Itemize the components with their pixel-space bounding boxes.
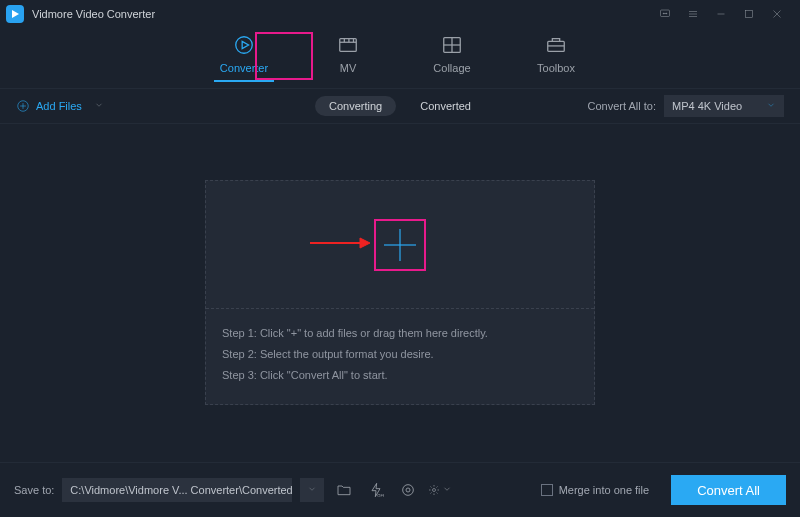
chevron-down-icon (94, 100, 104, 112)
close-icon[interactable] (770, 7, 784, 21)
minimize-icon[interactable] (714, 7, 728, 21)
sub-toolbar: Add Files Converting Converted Convert A… (0, 88, 800, 124)
annotation-arrow (310, 236, 370, 254)
tab-mv[interactable]: MV (318, 34, 378, 82)
converter-icon (233, 34, 255, 56)
merge-label: Merge into one file (559, 484, 650, 496)
chevron-down-icon (442, 484, 452, 496)
tab-converting[interactable]: Converting (315, 96, 396, 116)
tab-label: MV (340, 62, 357, 74)
feedback-icon[interactable] (658, 7, 672, 21)
tab-label: Collage (433, 62, 470, 74)
dropzone-top (206, 181, 594, 309)
svg-point-32 (433, 489, 436, 492)
maximize-icon[interactable] (742, 7, 756, 21)
toolbox-icon (545, 34, 567, 56)
tab-converter[interactable]: Converter (214, 34, 274, 82)
step-2-text: Step 2: Select the output format you des… (222, 344, 578, 365)
open-folder-button[interactable] (332, 478, 356, 502)
dropzone[interactable]: Step 1: Click "+" to add files or drag t… (205, 180, 595, 405)
svg-point-2 (665, 13, 666, 14)
tab-toolbox[interactable]: Toolbox (526, 34, 586, 82)
plus-circle-icon (16, 99, 30, 113)
output-format-value: MP4 4K Video (672, 100, 742, 112)
tab-converted[interactable]: Converted (406, 96, 485, 116)
svg-text:OFF: OFF (378, 493, 385, 498)
save-path-dropdown[interactable] (300, 478, 324, 502)
add-files-plus-button[interactable] (374, 219, 426, 271)
hardware-accel-button[interactable]: OFF (364, 478, 388, 502)
step-1-text: Step 1: Click "+" to add files or drag t… (222, 323, 578, 344)
chevron-down-icon (307, 484, 317, 496)
main-tabs: Converter MV Collage Toolbox (0, 28, 800, 88)
svg-point-30 (403, 485, 414, 496)
save-to-label: Save to: (14, 484, 54, 496)
high-speed-button[interactable] (396, 478, 420, 502)
titlebar-controls (658, 7, 794, 21)
bottom-bar: Save to: C:\Vidmore\Vidmore V... Convert… (0, 462, 800, 517)
app-title: Vidmore Video Converter (32, 8, 155, 20)
tab-collage[interactable]: Collage (422, 34, 482, 82)
convert-all-button[interactable]: Convert All (671, 475, 786, 505)
svg-marker-26 (360, 238, 370, 248)
merge-checkbox[interactable]: Merge into one file (541, 484, 650, 496)
add-files-label: Add Files (36, 100, 82, 112)
convert-all-to-label: Convert All to: (588, 100, 656, 112)
collage-icon (441, 34, 463, 56)
svg-point-31 (406, 488, 410, 492)
svg-point-1 (663, 13, 664, 14)
step-3-text: Step 3: Click "Convert All" to start. (222, 365, 578, 386)
tab-label: Toolbox (537, 62, 575, 74)
plus-icon (380, 225, 420, 265)
app-logo (6, 5, 24, 23)
save-path-display[interactable]: C:\Vidmore\Vidmore V... Converter\Conver… (62, 478, 292, 502)
hamburger-menu-icon[interactable] (686, 7, 700, 21)
tab-label: Converter (220, 62, 268, 74)
svg-rect-8 (746, 11, 753, 18)
checkbox-icon (541, 484, 553, 496)
main-area: Step 1: Click "+" to add files or drag t… (0, 122, 800, 462)
add-files-button[interactable]: Add Files (16, 99, 104, 113)
svg-point-3 (666, 13, 667, 14)
dropzone-instructions: Step 1: Click "+" to add files or drag t… (206, 309, 594, 404)
mv-icon (337, 34, 359, 56)
titlebar: Vidmore Video Converter (0, 0, 800, 28)
output-format-select[interactable]: MP4 4K Video (664, 95, 784, 117)
chevron-down-icon (766, 100, 776, 112)
settings-button[interactable] (428, 478, 452, 502)
